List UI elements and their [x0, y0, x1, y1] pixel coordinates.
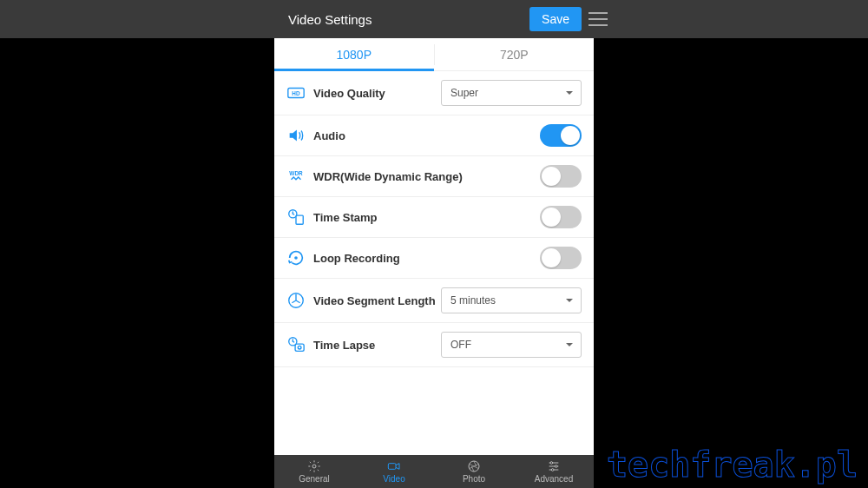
resolution-tabs: 1080P 720P [274, 38, 594, 71]
svg-point-10 [312, 465, 316, 468]
svg-text:HD: HD [292, 90, 300, 96]
video-icon [387, 459, 401, 473]
row-timestamp: Time Stamp [274, 197, 594, 238]
nav-advanced[interactable]: Advanced [514, 455, 594, 488]
wdr-toggle[interactable] [540, 165, 582, 188]
tab-label: 720P [500, 48, 529, 62]
row-label: Audio [313, 129, 540, 142]
speaker-icon [286, 126, 306, 145]
segment-icon [286, 291, 306, 310]
row-label: Time Lapse [313, 339, 441, 352]
row-video-quality: HD Video Quality [274, 71, 594, 115]
timelapse-select[interactable] [441, 332, 582, 358]
row-label: Time Stamp [313, 211, 540, 224]
save-button[interactable]: Save [529, 7, 582, 31]
row-label: WDR(Wide Dynamic Range) [313, 170, 540, 183]
aperture-icon [467, 459, 481, 473]
row-label: Video Segment Length [313, 294, 441, 307]
svg-text:WDR: WDR [289, 170, 303, 176]
nav-label: Photo [463, 474, 485, 484]
nav-label: General [299, 474, 330, 484]
page-title: Video Settings [288, 12, 372, 27]
video-quality-select[interactable] [441, 80, 582, 106]
timestamp-toggle[interactable] [540, 206, 582, 228]
svg-point-14 [555, 465, 557, 468]
row-wdr: WDR WDR(Wide Dynamic Range) [274, 156, 594, 197]
timelapse-icon [286, 335, 306, 354]
row-label: Video Quality [313, 87, 441, 100]
row-loop: Loop Recording [274, 238, 594, 279]
clock-icon [286, 208, 306, 227]
sliders-icon [547, 459, 561, 473]
gear-icon [307, 459, 321, 473]
svg-point-5 [294, 256, 298, 260]
svg-rect-11 [388, 464, 396, 470]
menu-icon[interactable] [589, 12, 608, 26]
header-bar: Video Settings Save [0, 0, 868, 38]
tab-label: 1080P [337, 48, 372, 62]
loop-icon [286, 248, 306, 267]
nav-label: Video [383, 474, 404, 484]
row-label: Loop Recording [313, 252, 540, 265]
audio-toggle[interactable] [540, 124, 582, 147]
row-audio: Audio [274, 115, 594, 156]
tab-1080p[interactable]: 1080P [274, 38, 434, 70]
svg-point-15 [551, 469, 554, 472]
row-timelapse: Time Lapse [274, 323, 594, 367]
loop-toggle[interactable] [540, 247, 582, 269]
svg-rect-8 [295, 344, 304, 351]
row-segment: Video Segment Length [274, 279, 594, 323]
svg-point-9 [298, 346, 301, 349]
timelapse-select-wrap [441, 332, 582, 358]
svg-point-13 [550, 462, 553, 465]
watermark: techfreak.pl [607, 445, 858, 485]
wdr-icon: WDR [286, 167, 306, 186]
video-quality-select-wrap [441, 80, 582, 106]
nav-general[interactable]: General [274, 455, 354, 488]
bottom-nav: General Video Photo Advanced [274, 455, 594, 488]
svg-rect-4 [296, 215, 303, 224]
settings-panel: 1080P 720P HD Video Quality Audio WDR WD… [274, 38, 594, 455]
nav-photo[interactable]: Photo [434, 455, 514, 488]
hd-icon: HD [286, 83, 306, 102]
nav-video[interactable]: Video [354, 455, 434, 488]
nav-label: Advanced [535, 474, 573, 484]
tab-720p[interactable]: 720P [435, 38, 595, 70]
segment-select[interactable] [441, 287, 582, 313]
segment-select-wrap [441, 287, 582, 313]
